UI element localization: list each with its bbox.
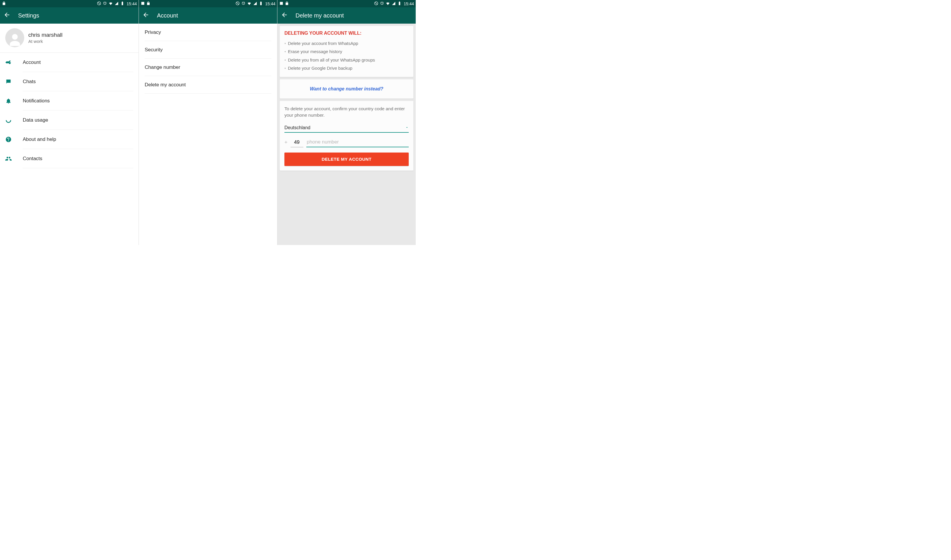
- alarm-icon: [241, 1, 246, 6]
- settings-menu: Account Chats Notifications Data usage A…: [0, 53, 138, 168]
- menu-label: Delete my account: [145, 82, 186, 88]
- back-button[interactable]: [281, 11, 289, 20]
- data-usage-icon: [5, 117, 23, 123]
- menu-item-account[interactable]: Account: [0, 53, 138, 72]
- warning-list: Delete your account from WhatsApp Erase …: [285, 39, 409, 72]
- status-time: 15:44: [126, 2, 137, 6]
- page-title: Account: [157, 12, 178, 19]
- image-icon: [141, 1, 145, 6]
- warning-item: Delete your Google Drive backup: [285, 64, 409, 72]
- menu-item-chats[interactable]: Chats: [0, 72, 138, 91]
- battery-icon: [120, 1, 125, 6]
- menu-label: Data usage: [23, 117, 48, 123]
- signal-icon: [114, 1, 119, 6]
- wifi-icon: [109, 1, 113, 6]
- account-menu: Privacy Security Change number Delete my…: [139, 24, 277, 94]
- menu-item-delete-account[interactable]: Delete my account: [139, 76, 277, 94]
- menu-item-change-number[interactable]: Change number: [139, 58, 277, 76]
- app-bar: Account: [139, 7, 277, 24]
- chevron-down-icon: [405, 125, 409, 130]
- contacts-icon: [5, 155, 23, 162]
- warning-card: DELETING YOUR ACCOUNT WILL: Delete your …: [280, 26, 413, 77]
- confirm-card: To delete your account, confirm your cou…: [280, 101, 413, 171]
- menu-label: Privacy: [145, 29, 161, 35]
- lock-icon: [146, 1, 151, 6]
- page-title: Delete my account: [295, 12, 344, 19]
- warning-title: DELETING YOUR ACCOUNT WILL:: [285, 31, 409, 36]
- menu-item-privacy[interactable]: Privacy: [139, 24, 277, 41]
- phone-row: +: [285, 138, 409, 147]
- status-bar: 15:44: [139, 0, 277, 7]
- alarm-icon: [103, 1, 107, 6]
- signal-icon: [391, 1, 396, 6]
- warning-item: Delete you from all of your WhatsApp gro…: [285, 56, 409, 64]
- lock-icon: [285, 1, 289, 6]
- profile-status: At work: [28, 39, 62, 44]
- alarm-icon: [380, 1, 384, 6]
- status-time: 15:44: [404, 2, 414, 6]
- change-number-link[interactable]: Want to change number instead?: [285, 84, 409, 94]
- help-icon: [5, 136, 23, 143]
- menu-label: Contacts: [23, 156, 42, 162]
- chat-icon: [5, 78, 23, 85]
- lock-icon: [2, 1, 6, 6]
- change-number-card[interactable]: Want to change number instead?: [280, 79, 413, 98]
- menu-item-security[interactable]: Security: [139, 41, 277, 58]
- warning-item: Delete your account from WhatsApp: [285, 39, 409, 48]
- status-bar: 15:44: [277, 0, 416, 7]
- phone-number-input[interactable]: [306, 138, 409, 147]
- block-icon: [97, 1, 101, 6]
- app-bar: Delete my account: [277, 7, 416, 24]
- wifi-icon: [386, 1, 390, 6]
- menu-label: Security: [145, 47, 163, 53]
- menu-label: Change number: [145, 65, 180, 70]
- menu-label: About and help: [23, 137, 56, 142]
- menu-item-about[interactable]: About and help: [0, 130, 138, 149]
- key-icon: [5, 59, 23, 66]
- menu-item-data-usage[interactable]: Data usage: [0, 111, 138, 130]
- menu-label: Chats: [23, 79, 35, 85]
- block-icon: [235, 1, 240, 6]
- menu-item-contacts[interactable]: Contacts: [0, 149, 138, 168]
- wifi-icon: [247, 1, 251, 6]
- image-icon: [279, 1, 283, 6]
- profile-row[interactable]: chris marshall At work: [0, 24, 138, 53]
- page-title: Settings: [18, 12, 39, 19]
- block-icon: [374, 1, 379, 6]
- country-name: Deutschland: [285, 125, 310, 130]
- country-select[interactable]: Deutschland: [285, 123, 409, 133]
- menu-item-notifications[interactable]: Notifications: [0, 91, 138, 111]
- country-code-input[interactable]: [291, 138, 303, 147]
- screen-account: 15:44 Account Privacy Security Change nu…: [138, 0, 277, 245]
- back-button[interactable]: [142, 11, 151, 20]
- battery-icon: [259, 1, 263, 6]
- avatar: [5, 28, 24, 47]
- back-button[interactable]: [3, 11, 12, 20]
- bell-icon: [5, 98, 23, 104]
- app-bar: Settings: [0, 7, 138, 24]
- signal-icon: [253, 1, 257, 6]
- battery-icon: [397, 1, 402, 6]
- confirm-text: To delete your account, confirm your cou…: [285, 106, 409, 119]
- status-time: 15:44: [265, 2, 275, 6]
- screen-settings: 15:44 Settings chris marshall At work Ac…: [0, 0, 138, 245]
- plus-icon: +: [285, 139, 288, 147]
- warning-item: Erase your message history: [285, 48, 409, 56]
- menu-label: Account: [23, 60, 40, 65]
- delete-account-button[interactable]: DELETE MY ACCOUNT: [285, 152, 409, 166]
- menu-label: Notifications: [23, 98, 50, 104]
- screen-delete-account: 15:44 Delete my account DELETING YOUR AC…: [277, 0, 416, 245]
- status-bar: 15:44: [0, 0, 138, 7]
- profile-name: chris marshall: [28, 32, 62, 38]
